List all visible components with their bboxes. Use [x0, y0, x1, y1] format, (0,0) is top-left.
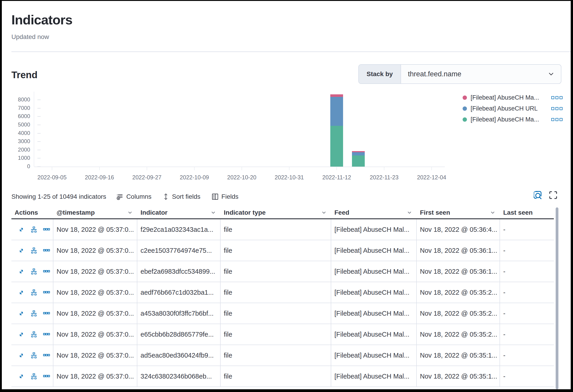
- expand-row-button[interactable]: [18, 310, 24, 317]
- indicator-type-cell: file: [221, 303, 331, 324]
- investigate-in-timeline-button[interactable]: [30, 373, 37, 380]
- expand-row-button[interactable]: [18, 373, 24, 379]
- legend-more-actions-icon[interactable]: [551, 118, 562, 121]
- column-header--timestamp[interactable]: @timestamp: [53, 207, 137, 218]
- bar-segment[interactable]: [352, 152, 365, 155]
- last-seen-cell: -: [500, 345, 554, 366]
- more-actions-button[interactable]: [43, 312, 50, 315]
- feed-cell: [Filebeat] AbuseCH Mal...: [331, 345, 417, 366]
- scrollbar-thumb[interactable]: [556, 207, 558, 389]
- chevron-down-icon[interactable]: [407, 210, 412, 215]
- investigate-in-timeline-button[interactable]: [30, 310, 37, 317]
- actions-cell: [11, 261, 53, 282]
- column-header-last-seen: Last seen: [500, 207, 554, 218]
- expand-row-button[interactable]: [18, 226, 24, 233]
- last-seen-cell: -: [500, 303, 554, 324]
- x-axis-tick-label: 2022-10-09: [180, 174, 209, 181]
- more-actions-button[interactable]: [43, 291, 50, 294]
- feed-cell: [Filebeat] AbuseCH Mal...: [331, 261, 417, 282]
- more-actions-icon: [43, 270, 50, 273]
- expand-row-button[interactable]: [18, 269, 24, 275]
- stacked-bar[interactable]: [330, 94, 343, 167]
- legend-item[interactable]: [Filebeat] AbuseCH Ma...: [463, 92, 562, 103]
- updated-status: Updated now: [11, 33, 49, 41]
- feed-cell: [Filebeat] AbuseCH Mal...: [331, 366, 417, 387]
- investigate-in-timeline-button[interactable]: [30, 331, 37, 338]
- more-actions-button[interactable]: [43, 249, 50, 252]
- x-axis-tick-label: 2022-11-23: [370, 174, 398, 181]
- investigate-in-timeline-button[interactable]: [30, 268, 37, 275]
- actions-cell: [11, 324, 53, 345]
- legend-series-label[interactable]: [Filebeat] AbuseCH Ma...: [471, 94, 551, 101]
- fullscreen-button[interactable]: [548, 190, 558, 200]
- table-row: Nov 18, 2022 @ 05:37:0...a453a8030f0f3ff…: [11, 303, 554, 324]
- expand-row-button[interactable]: [18, 248, 24, 254]
- x-axis-tick: [52, 167, 52, 170]
- column-header-feed[interactable]: Feed: [331, 207, 417, 218]
- column-header-first-seen[interactable]: First seen: [417, 207, 500, 218]
- x-axis-line: [34, 167, 445, 167]
- stacked-bar[interactable]: [352, 151, 365, 167]
- indicator-type-cell: file: [221, 282, 331, 303]
- more-actions-button[interactable]: [43, 375, 50, 378]
- table-row: Nov 18, 2022 @ 05:37:0...ebef2a6983dfcc5…: [11, 261, 554, 282]
- sort-fields-button[interactable]: Sort fields: [162, 193, 200, 200]
- bar-segment[interactable]: [352, 155, 365, 167]
- expand-row-button[interactable]: [18, 352, 24, 358]
- investigate-in-timeline-button[interactable]: [30, 247, 37, 254]
- first-seen-cell: Nov 18, 2022 @ 05:35:1...: [417, 366, 500, 387]
- column-header-label: Indicator type: [224, 209, 266, 216]
- expand-row-button[interactable]: [18, 290, 24, 296]
- chevron-down-icon[interactable]: [321, 210, 327, 215]
- x-axis-tick: [242, 167, 242, 170]
- feed-cell: [Filebeat] AbuseCH Mal...: [331, 240, 417, 261]
- stack-by-select[interactable]: Stack by threat.feed.name: [358, 64, 561, 84]
- more-actions-button[interactable]: [43, 270, 50, 273]
- expand-icon: [18, 290, 24, 296]
- more-actions-button[interactable]: [43, 228, 50, 231]
- table-scrollbar[interactable]: [556, 207, 558, 389]
- more-actions-icon: [43, 291, 50, 294]
- legend-series-label[interactable]: [Filebeat] AbuseCH URL: [471, 105, 551, 112]
- column-header-indicator[interactable]: Indicator: [137, 207, 221, 218]
- legend-more-actions-icon[interactable]: [551, 96, 562, 99]
- legend-series-label[interactable]: [Filebeat] AbuseCH Ma...: [471, 116, 551, 123]
- column-header-indicator-type[interactable]: Indicator type: [221, 207, 331, 218]
- columns-button[interactable]: Columns: [116, 193, 151, 200]
- more-actions-button[interactable]: [43, 354, 50, 357]
- x-axis-tick-label: 2022-09-05: [37, 174, 67, 181]
- last-seen-cell: -: [500, 366, 554, 387]
- legend-item[interactable]: [Filebeat] AbuseCH URL: [463, 103, 562, 114]
- y-axis-tick-label: 1000: [9, 155, 30, 161]
- page-title: Indicators: [11, 12, 72, 27]
- bar-segment[interactable]: [330, 126, 343, 167]
- bar-segment[interactable]: [330, 94, 343, 97]
- expand-icon: [18, 248, 24, 254]
- inspect-button[interactable]: [532, 190, 542, 200]
- legend-more-actions-icon[interactable]: [551, 107, 562, 110]
- feed-cell: [Filebeat] AbuseCH Mal...: [331, 219, 417, 240]
- column-header-label: Indicator: [141, 209, 167, 216]
- indicator-cell: f29e2ca1a032343ac1a...: [137, 219, 221, 240]
- fields-button[interactable]: Fields: [212, 193, 239, 200]
- legend-item[interactable]: [Filebeat] AbuseCH Ma...: [463, 114, 562, 125]
- timestamp-cell: Nov 18, 2022 @ 05:37:0...: [53, 240, 137, 261]
- investigate-in-timeline-button[interactable]: [30, 289, 37, 296]
- investigate-in-timeline-button[interactable]: [30, 226, 37, 233]
- investigate-timeline-icon: [30, 373, 37, 380]
- x-axis-tick: [431, 167, 432, 170]
- more-actions-button[interactable]: [43, 333, 50, 336]
- expand-icon: [18, 226, 24, 233]
- expand-row-button[interactable]: [18, 331, 24, 338]
- indicator-cell: ad5eac80ed360424fb9...: [137, 345, 221, 366]
- x-axis-tick: [147, 167, 147, 170]
- column-header-label: Feed: [334, 209, 349, 216]
- chevron-down-icon[interactable]: [211, 210, 216, 215]
- chevron-down-icon[interactable]: [490, 210, 495, 215]
- chevron-down-icon[interactable]: [127, 210, 133, 215]
- bar-segment[interactable]: [330, 97, 343, 126]
- table-row: Nov 18, 2022 @ 05:37:0...c2ee15037764974…: [11, 240, 554, 261]
- y-axis-tick-label: 2000: [9, 147, 30, 153]
- y-axis-tick-label: 4000: [9, 130, 30, 136]
- investigate-in-timeline-button[interactable]: [30, 352, 37, 359]
